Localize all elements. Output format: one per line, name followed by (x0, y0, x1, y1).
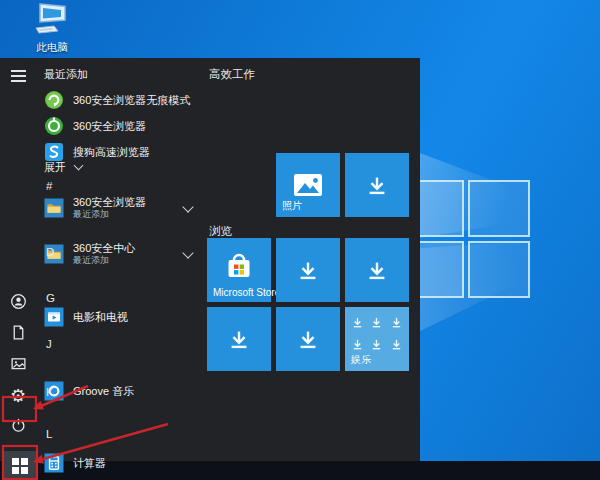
download-mini-icon (370, 337, 383, 355)
browser360-incognito-icon (44, 90, 64, 110)
tile-empty-slot (207, 153, 271, 217)
app-caption: 最近添加 (73, 209, 146, 219)
desktop-icon-this-pc[interactable]: 此电脑 (24, 2, 80, 55)
tile-label: 娱乐 (351, 353, 371, 367)
tile-download[interactable] (345, 153, 409, 217)
tile-photos[interactable]: 照片 (276, 153, 340, 217)
section-letter-header[interactable]: G (36, 292, 210, 304)
download-icon (345, 153, 409, 217)
settings-gear-icon: ⚙ (10, 387, 26, 406)
app-label: 电影和电视 (73, 310, 128, 325)
recent-added-header: 最近添加 (36, 67, 208, 82)
tile-download[interactable] (276, 238, 340, 302)
tile-store[interactable]: Microsoft Store (207, 238, 271, 302)
start-menu: ⚙ 最近添加 360安全浏览器无痕模式 360安全浏览器 搜狗高速浏览器 展开 … (0, 58, 420, 461)
app-list-item[interactable]: 360安全浏览器 最近添加 (36, 196, 200, 219)
chevron-down-icon (74, 161, 84, 171)
chevron-down-icon[interactable] (182, 201, 193, 212)
tile-download[interactable] (276, 307, 340, 371)
section-letter-header[interactable]: K (36, 386, 210, 398)
section-letter-header[interactable]: L (36, 428, 210, 440)
tile-download[interactable] (207, 307, 271, 371)
hamburger-menu-button[interactable] (0, 63, 36, 89)
tile-download[interactable] (345, 238, 409, 302)
app-label: 360安全浏览器 (73, 196, 146, 209)
tile-label: 照片 (282, 199, 302, 213)
desktop-icon-label: 此电脑 (24, 41, 80, 55)
sogou-browser-icon (44, 142, 64, 162)
rail-button-user[interactable] (0, 290, 36, 316)
expand-toggle[interactable]: 展开 (36, 160, 208, 175)
app-label: 搜狗高速浏览器 (73, 145, 150, 160)
calculator-icon (44, 453, 64, 473)
section-letter-header[interactable]: # (36, 180, 210, 192)
tile-label: Microsoft Store (213, 287, 280, 298)
tile-ent-folder[interactable]: 娱乐 (345, 307, 409, 371)
wallpaper-windows-glyph (418, 180, 530, 298)
start-menu-rail: ⚙ (0, 58, 36, 461)
download-icon (276, 307, 340, 371)
user-icon (10, 293, 27, 314)
app-label: 计算器 (73, 456, 106, 471)
rail-button-pictures[interactable] (0, 352, 36, 378)
documents-icon (10, 324, 27, 345)
tile-group-title: 浏览 (209, 224, 232, 239)
rail-button-power[interactable] (0, 414, 36, 440)
app-list-item[interactable]: 电影和电视 (36, 304, 200, 330)
movies-tv-icon (44, 307, 64, 327)
download-icon (276, 238, 340, 302)
tile-group-title: 高效工作 (209, 67, 255, 82)
download-mini-icon (390, 315, 403, 333)
computer-icon (24, 2, 80, 40)
rail-button-documents[interactable] (0, 321, 36, 347)
app-folder-icon (44, 198, 64, 218)
pictures-icon (10, 355, 27, 376)
download-icon (207, 307, 271, 371)
download-mini-icon (370, 315, 383, 333)
start-button[interactable] (4, 451, 36, 480)
power-icon (10, 417, 27, 438)
start-menu-app-list: 最近添加 360安全浏览器无痕模式 360安全浏览器 搜狗高速浏览器 展开 # … (36, 58, 200, 461)
hamburger-icon (11, 70, 26, 82)
app-label: 360安全浏览器 (73, 119, 146, 134)
store-icon (207, 238, 271, 292)
recent-app-item[interactable]: 360安全浏览器 (36, 113, 200, 139)
download-icon (345, 238, 409, 302)
recent-app-item[interactable]: 360安全浏览器无痕模式 (36, 87, 200, 113)
rail-button-settings-gear[interactable]: ⚙ (0, 383, 36, 409)
app-label: 360安全浏览器无痕模式 (73, 93, 190, 108)
download-mini-icon (351, 315, 364, 333)
section-letter-header[interactable]: D (36, 246, 210, 258)
section-letter-header[interactable]: J (36, 338, 210, 350)
windows-logo-icon (12, 458, 28, 474)
download-mini-icon (390, 337, 403, 355)
browser360-icon (44, 116, 64, 136)
app-list-item[interactable]: 计算器 (36, 450, 200, 476)
